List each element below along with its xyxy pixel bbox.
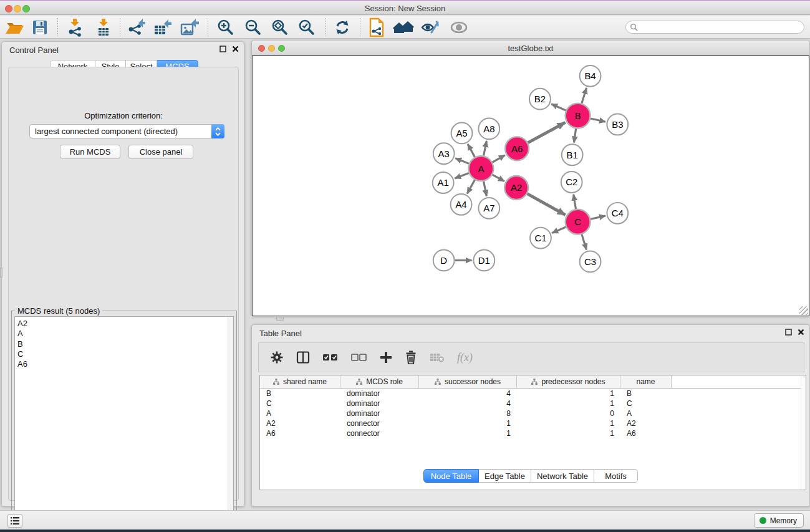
graph-node-B1[interactable]: B1 bbox=[562, 144, 583, 165]
table-cell[interactable]: connector bbox=[340, 429, 419, 438]
search-input[interactable] bbox=[638, 23, 804, 32]
new-network-from-selection-icon[interactable] bbox=[366, 17, 387, 37]
float-panel-icon[interactable] bbox=[219, 46, 226, 52]
graph-node-B3[interactable]: B3 bbox=[607, 114, 628, 135]
control-panel-header[interactable]: Control Panel bbox=[2, 42, 244, 57]
export-table-icon[interactable] bbox=[152, 17, 173, 37]
zoom-out-icon[interactable] bbox=[243, 17, 264, 37]
table-cell[interactable]: C bbox=[260, 399, 340, 408]
graph-node-D[interactable]: D bbox=[433, 250, 455, 271]
table-row[interactable]: Bdominator41B bbox=[260, 389, 806, 399]
table-cell[interactable]: A2 bbox=[620, 419, 672, 428]
table-cell[interactable]: B bbox=[620, 389, 672, 398]
graph-node-A6[interactable]: A6 bbox=[505, 137, 529, 160]
mcds-result-item[interactable]: A bbox=[15, 329, 233, 339]
graph-node-D1[interactable]: D1 bbox=[473, 250, 494, 271]
mcds-result-item[interactable]: A2 bbox=[15, 317, 233, 329]
tab-network-table[interactable]: Network Table bbox=[531, 469, 594, 483]
graph-node-B4[interactable]: B4 bbox=[580, 65, 601, 87]
column-header-name[interactable]: name bbox=[620, 375, 672, 388]
table-cell[interactable]: dominator bbox=[340, 409, 419, 418]
column-header-shared-name[interactable]: shared name bbox=[260, 375, 340, 388]
mcds-result-item[interactable]: B bbox=[15, 339, 233, 349]
table-cell[interactable]: B bbox=[260, 389, 340, 398]
graph-edge-A-A2[interactable] bbox=[493, 175, 504, 181]
table-cell[interactable]: connector bbox=[340, 419, 419, 428]
graph-edge-C-C3[interactable] bbox=[582, 235, 587, 250]
graph-edge-A6-B[interactable] bbox=[528, 122, 566, 142]
create-column-icon[interactable] bbox=[380, 351, 392, 364]
close-panel-button[interactable]: Close panel bbox=[128, 145, 193, 159]
graph-node-A8[interactable]: A8 bbox=[478, 118, 499, 140]
graph-node-C3[interactable]: C3 bbox=[580, 251, 601, 272]
graph-node-C1[interactable]: C1 bbox=[530, 228, 551, 249]
table-cell[interactable]: 1 bbox=[517, 419, 620, 428]
zoom-fit-icon[interactable] bbox=[269, 17, 291, 37]
graph-edge-A-A1[interactable] bbox=[455, 173, 469, 178]
birds-eye-view-icon[interactable] bbox=[448, 17, 470, 37]
graph-node-C2[interactable]: C2 bbox=[561, 172, 582, 193]
tab-node-table[interactable]: Node Table bbox=[423, 469, 479, 483]
run-mcds-button[interactable]: Run MCDS bbox=[60, 145, 120, 159]
search-field[interactable] bbox=[625, 21, 804, 34]
graph-edge-A-A6[interactable] bbox=[493, 155, 505, 162]
graph-edge-A-A5[interactable] bbox=[468, 144, 475, 157]
table-cell[interactable]: 1 bbox=[419, 429, 517, 438]
table-row[interactable]: Adominator80A bbox=[260, 409, 806, 418]
show-columns-icon[interactable] bbox=[296, 351, 310, 364]
mcds-result-list[interactable]: A2ABCA6 bbox=[14, 316, 234, 520]
delete-column-icon[interactable] bbox=[405, 351, 417, 364]
graph-edge-A-A8[interactable] bbox=[484, 141, 487, 156]
float-panel-icon[interactable] bbox=[785, 329, 792, 336]
table-cell[interactable]: A2 bbox=[260, 419, 340, 428]
mcds-result-item[interactable]: C bbox=[15, 349, 233, 359]
network-graph[interactable]: B4B2BB3A8A5A6A3B1AC2A1A2A4A7C4CC1C3DD1 bbox=[253, 56, 809, 316]
optimization-criterion-select[interactable]: largest connected component (directed) bbox=[29, 124, 224, 138]
export-network-icon[interactable] bbox=[125, 17, 147, 37]
task-history-button[interactable] bbox=[7, 514, 22, 528]
unselect-all-columns-icon[interactable] bbox=[351, 353, 367, 362]
import-table-icon[interactable] bbox=[93, 17, 114, 37]
graph-node-C4[interactable]: C4 bbox=[607, 203, 628, 224]
table-cell[interactable]: dominator bbox=[340, 399, 419, 408]
column-header-MCDS-role[interactable]: MCDS role bbox=[340, 375, 419, 388]
table-cell[interactable]: 4 bbox=[419, 389, 517, 398]
graph-edge-B-B2[interactable] bbox=[551, 104, 566, 110]
graph-node-A[interactable]: A bbox=[468, 156, 493, 181]
graph-node-A4[interactable]: A4 bbox=[451, 194, 472, 215]
table-cell[interactable]: 8 bbox=[419, 409, 517, 418]
table-cell[interactable]: 1 bbox=[419, 419, 517, 428]
graph-node-A2[interactable]: A2 bbox=[504, 176, 528, 200]
splitter-grip[interactable] bbox=[276, 317, 284, 321]
graph-node-A7[interactable]: A7 bbox=[478, 198, 499, 219]
close-panel-icon[interactable] bbox=[798, 329, 804, 336]
tab-motifs[interactable]: Motifs bbox=[594, 469, 638, 483]
table-cell[interactable]: A bbox=[620, 409, 672, 418]
graph-edge-A2-C[interactable] bbox=[528, 194, 566, 215]
table-settings-icon[interactable] bbox=[270, 351, 284, 364]
table-cell[interactable]: dominator bbox=[340, 389, 419, 398]
table-row[interactable]: A6connector11A6 bbox=[260, 428, 806, 438]
table-row[interactable]: Cdominator41C bbox=[260, 399, 806, 409]
graph-node-C[interactable]: C bbox=[566, 210, 591, 235]
column-header-predecessor-nodes[interactable]: predecessor nodes bbox=[517, 375, 620, 388]
table-row[interactable]: A2connector11A2 bbox=[260, 418, 806, 428]
graph-node-A3[interactable]: A3 bbox=[433, 143, 455, 164]
save-session-icon[interactable] bbox=[29, 17, 51, 37]
memory-button[interactable]: Memory bbox=[754, 513, 804, 528]
network-canvas[interactable]: B4B2BB3A8A5A6A3B1AC2A1A2A4A7C4CC1C3DD1 bbox=[252, 56, 809, 316]
graph-edge-C-C4[interactable] bbox=[591, 216, 605, 219]
resize-grip-icon[interactable] bbox=[799, 306, 808, 315]
graph-edge-C-C1[interactable] bbox=[552, 227, 566, 233]
graph-node-A1[interactable]: A1 bbox=[433, 172, 454, 193]
splitter-grip[interactable] bbox=[0, 268, 2, 278]
table-cell[interactable]: A6 bbox=[260, 429, 340, 438]
graph-node-A5[interactable]: A5 bbox=[451, 122, 473, 143]
table-cell[interactable]: 4 bbox=[419, 399, 517, 408]
scrollbar-track[interactable] bbox=[228, 317, 233, 520]
table-cell[interactable]: 0 bbox=[517, 409, 620, 418]
graph-edge-B-B4[interactable] bbox=[582, 88, 587, 104]
refresh-layout-icon[interactable] bbox=[332, 17, 353, 37]
open-file-icon[interactable] bbox=[4, 17, 25, 37]
zoom-selected-icon[interactable] bbox=[296, 17, 317, 37]
